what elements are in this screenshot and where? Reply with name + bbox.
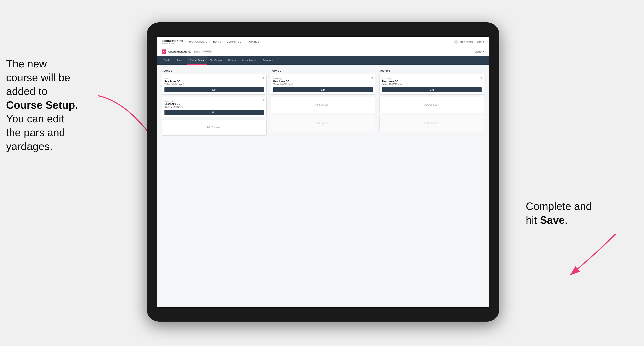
annotation-right-line2: hit Save. bbox=[526, 214, 568, 226]
nav-teams[interactable]: TEAMS bbox=[213, 40, 221, 44]
app-icon: C bbox=[162, 49, 166, 54]
hosting-badge: Hosting bbox=[202, 50, 212, 53]
round3-course-a-delete-button[interactable]: ⊗ bbox=[480, 76, 482, 79]
round2-add-course-button[interactable]: Add Course + bbox=[271, 97, 376, 113]
annotation-right: Complete and hit Save. bbox=[526, 199, 624, 227]
round1-course-b-delete-button[interactable]: ⊗ bbox=[262, 99, 265, 102]
round2-course-a-edit-button[interactable]: Edit bbox=[273, 87, 373, 92]
logo-subtitle: Powered by clippd bbox=[162, 42, 183, 44]
round2-course-a-name: Peachtree GC bbox=[273, 80, 373, 83]
round1-course-b-edit-button[interactable]: Edit bbox=[164, 110, 264, 115]
round3-add-course-button[interactable]: Add Course + bbox=[380, 97, 484, 113]
tab-printables[interactable]: Printables bbox=[260, 56, 276, 65]
round3-course-a-edit-button[interactable]: Edit bbox=[382, 87, 482, 92]
nav-tournaments[interactable]: TOURNAMENTS bbox=[189, 40, 207, 44]
round2-add-course-disabled: Add Course + bbox=[271, 115, 376, 131]
annotation-line3: added to bbox=[6, 85, 47, 97]
sub-header: C Clippd Invitational (Men) Hosting Canc… bbox=[157, 47, 489, 56]
tab-results[interactable]: Results bbox=[225, 56, 239, 65]
round1-course-b-name: East Lake GC bbox=[164, 103, 264, 105]
round1-course-a-details: Yellow (M) (6629 yds) bbox=[164, 83, 264, 85]
round1-course-b-label: (Course B) bbox=[164, 100, 174, 102]
avatar bbox=[454, 40, 458, 44]
annotation-line4: You can edit bbox=[6, 113, 64, 125]
round1-course-a-label: (Course A) bbox=[164, 78, 173, 80]
tabs-bar: Details Teams Course Setup Tee Groups Re… bbox=[157, 56, 489, 65]
sign-out-link[interactable]: Sign out bbox=[477, 41, 484, 43]
main-content: Round 1 (Course A) Peachtree GC Yellow (… bbox=[157, 65, 489, 307]
round1-course-a-card: (Course A) Peachtree GC Yellow (M) (6629… bbox=[162, 74, 266, 95]
round3-course-a-label: (Course A) bbox=[382, 78, 391, 80]
round1-course-a-delete-button[interactable]: ⊗ bbox=[262, 76, 265, 79]
round-2-column: Round 2 (Course A) Peachtree GC Yellow (… bbox=[271, 70, 376, 138]
tournament-type: (Men) bbox=[194, 50, 200, 53]
round1-add-course-button[interactable]: Add Course + bbox=[162, 119, 266, 136]
round1-course-a-edit-button[interactable]: Edit bbox=[164, 87, 264, 92]
round2-course-a-details: Yellow (M) (6629 yds) bbox=[273, 83, 373, 85]
tablet-screen: SCOREBOARD Powered by clippd TOURNAMENTS… bbox=[157, 37, 489, 307]
nav-rankings[interactable]: RANKINGS bbox=[247, 40, 259, 44]
annotation-left: The new course will be added to Course S… bbox=[6, 57, 124, 153]
top-nav: SCOREBOARD Powered by clippd TOURNAMENTS… bbox=[157, 37, 489, 47]
arrow-right-icon bbox=[554, 224, 626, 281]
annotation-line2: course will be bbox=[6, 72, 70, 83]
rounds-grid: Round 1 (Course A) Peachtree GC Yellow (… bbox=[162, 70, 484, 138]
tab-course-setup[interactable]: Course Setup bbox=[187, 56, 207, 65]
nav-links: TOURNAMENTS TEAMS COMMITTEE RANKINGS bbox=[189, 40, 454, 44]
round2-course-a-delete-button[interactable]: ⊗ bbox=[371, 76, 374, 79]
tab-leaderboards[interactable]: Leaderboards bbox=[239, 56, 260, 65]
tablet-device: SCOREBOARD Powered by clippd TOURNAMENTS… bbox=[147, 22, 499, 322]
sub-header-left: C Clippd Invitational (Men) Hosting bbox=[162, 49, 212, 54]
round3-course-a-details: Yellow (M) (6629 yds) bbox=[382, 83, 482, 85]
nav-right: blair@clippd.io | Sign out bbox=[454, 40, 484, 44]
round-1-column: Round 1 (Course A) Peachtree GC Yellow (… bbox=[162, 70, 266, 138]
annotation-line5: the pars and bbox=[6, 127, 65, 138]
round2-course-a-card: (Course A) Peachtree GC Yellow (M) (6629… bbox=[271, 74, 376, 95]
round-3-label: Round 3 bbox=[380, 70, 484, 72]
round3-add-course-disabled: Add Course + bbox=[380, 115, 484, 131]
round1-course-b-card: (Course B) East Lake GC Black (M) (6891 … bbox=[162, 97, 266, 117]
round1-course-a-name: Peachtree GC bbox=[164, 80, 264, 83]
round1-course-b-details: Black (M) (6891 yds) bbox=[164, 106, 264, 108]
logo-title: SCOREBOARD bbox=[162, 39, 183, 42]
tab-teams[interactable]: Teams bbox=[174, 56, 187, 65]
tournament-name: Clippd Invitational bbox=[168, 50, 191, 53]
close-icon: ✕ bbox=[482, 50, 484, 53]
round-3-column: Round 3 (Course A) Peachtree GC Yellow (… bbox=[380, 70, 484, 138]
round2-course-a-label: (Course A) bbox=[273, 78, 282, 80]
cancel-button[interactable]: Cancel ✕ bbox=[475, 50, 484, 53]
annotation-right-line1: Complete and bbox=[526, 200, 592, 212]
user-email: blair@clippd.io bbox=[460, 41, 473, 43]
scoreboard-logo: SCOREBOARD Powered by clippd bbox=[162, 39, 183, 44]
annotation-line1: The new bbox=[6, 58, 47, 70]
round3-course-a-card: (Course A) Peachtree GC Yellow (M) (6629… bbox=[380, 74, 484, 95]
annotation-line6: yardages. bbox=[6, 141, 52, 152]
annotation-bold: Course Setup. bbox=[6, 99, 78, 111]
round-1-label: Round 1 bbox=[162, 70, 266, 72]
nav-committee[interactable]: COMMITTEE bbox=[227, 40, 241, 44]
round3-course-a-name: Peachtree GC bbox=[382, 80, 482, 83]
tab-tee-groups[interactable]: Tee Groups bbox=[207, 56, 225, 65]
round-2-label: Round 2 bbox=[271, 70, 376, 72]
tab-details[interactable]: Details bbox=[160, 56, 174, 65]
